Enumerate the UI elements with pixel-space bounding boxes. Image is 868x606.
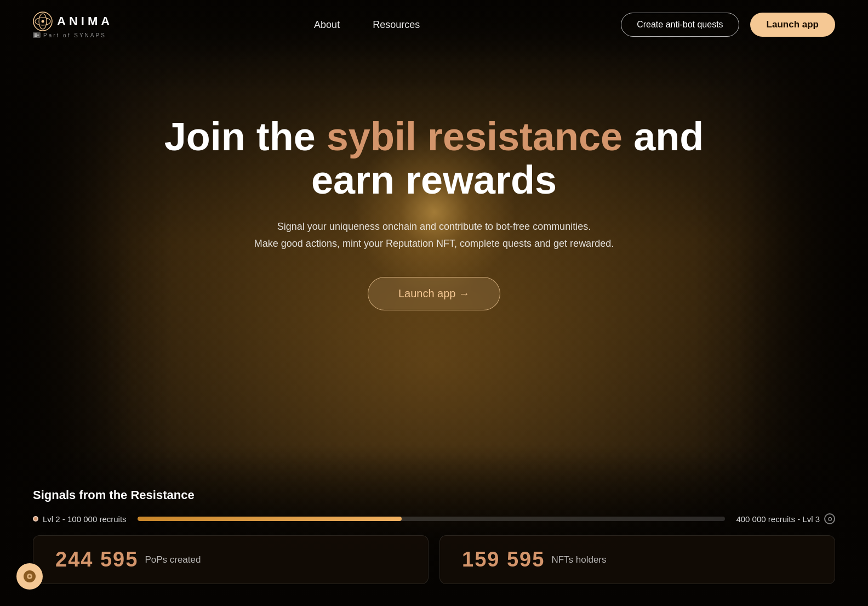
stat-card-nfts: 159 595 NFTs holders [439, 535, 835, 584]
stat-pops-label: PoPs created [145, 554, 201, 565]
progress-dot [33, 516, 38, 522]
hero-subtitle-line1: Signal your uniqueness onchain and contr… [277, 221, 591, 232]
progress-track [138, 517, 726, 521]
nav-actions: Create anti-bot quests Launch app [621, 13, 835, 37]
nav-center: About Resources [314, 19, 420, 31]
stat-nfts-label: NFTs holders [551, 554, 606, 565]
progress-label-left: Lvl 2 - 100 000 recruits [33, 514, 127, 524]
hero-title-accent: sybil resistance [327, 115, 623, 158]
hero-title-start: Join the [164, 115, 327, 158]
svg-point-9 [28, 575, 31, 577]
floating-icon [26, 573, 33, 580]
progress-right-icon: ⊙ [824, 513, 835, 524]
progress-label-right: 400 000 recruits - Lvl 3 ⊙ [736, 513, 835, 524]
progress-bar-area: Lvl 2 - 100 000 recruits 400 000 recruit… [33, 513, 835, 524]
launch-app-button[interactable]: Launch app [750, 13, 835, 37]
stat-card-pops: 244 595 PoPs created [33, 535, 429, 584]
hero-content: Join the sybil resistance and earn rewar… [0, 49, 868, 310]
logo-main: ANIMA [33, 12, 113, 31]
synaps-icon [33, 32, 41, 38]
progress-fill [138, 517, 402, 521]
progress-right-text: 400 000 recruits - Lvl 3 [736, 514, 820, 524]
floating-help-button[interactable] [16, 563, 43, 590]
navbar: ANIMA Part of SYNAPS About Resources Cre… [0, 0, 868, 49]
progress-left-text: Lvl 2 - 100 000 recruits [43, 514, 127, 524]
hero-subtitle: Signal your uniqueness onchain and contr… [254, 218, 614, 252]
stat-nfts-number: 159 595 [462, 548, 545, 571]
signals-title: Signals from the Resistance [33, 488, 835, 502]
stat-pops-number: 244 595 [55, 548, 138, 571]
logo-area: ANIMA Part of SYNAPS [33, 12, 113, 38]
page-root: ANIMA Part of SYNAPS About Resources Cre… [0, 0, 868, 606]
stats-cards: 244 595 PoPs created 159 595 NFTs holder… [33, 535, 835, 584]
hero-title: Join the sybil resistance and earn rewar… [160, 115, 708, 202]
hero-subtitle-line2: Make good actions, mint your Reputation … [254, 238, 614, 249]
logo-subtitle: Part of SYNAPS [43, 32, 106, 38]
logo-text: ANIMA [57, 14, 113, 29]
nav-resources[interactable]: Resources [373, 19, 420, 31]
logo-sub: Part of SYNAPS [33, 32, 106, 38]
svg-point-3 [42, 20, 44, 22]
hero-launch-button[interactable]: Launch app → [368, 277, 500, 310]
nav-about[interactable]: About [314, 19, 340, 31]
anima-logo-icon [33, 12, 53, 31]
create-anti-bot-button[interactable]: Create anti-bot quests [621, 13, 739, 37]
floating-btn-inner [24, 570, 36, 582]
bottom-section: Signals from the Resistance Lvl 2 - 100 … [0, 444, 868, 606]
